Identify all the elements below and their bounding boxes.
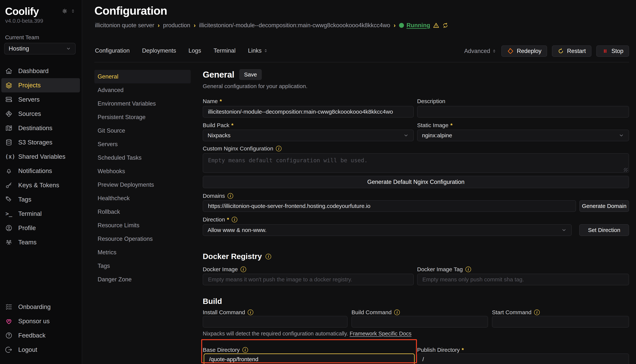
chevron-down-icon (618, 132, 624, 138)
tab-logs[interactable]: Logs (188, 47, 201, 54)
team-select[interactable]: Hosting (4, 43, 76, 54)
sidebar-item-feedback[interactable]: Feedback (1, 328, 80, 342)
server-icon (5, 96, 13, 103)
breadcrumb-environment[interactable]: production (163, 22, 190, 29)
resize-grip[interactable] (624, 168, 627, 172)
team-select-value: Hosting (9, 45, 29, 52)
sidebar-item-profile[interactable]: Profile (1, 221, 80, 235)
main-content: Configuration illicitonion quote server … (83, 0, 636, 364)
sidebar-collapse-icon[interactable] (71, 9, 75, 14)
section-subtitle: General configuration for your applicati… (203, 83, 629, 90)
subnav-environment-variables[interactable]: Environment Variables (94, 97, 191, 110)
theme-sun-icon[interactable] (62, 8, 68, 14)
general-settings-form: General Save General configuration for y… (203, 0, 629, 364)
sidebar-item-s3-storages[interactable]: S3 Storages (1, 135, 80, 150)
domains-input[interactable] (203, 200, 576, 212)
name-input[interactable] (203, 106, 414, 118)
info-icon[interactable]: i (466, 266, 471, 272)
static-image-select[interactable]: nginx:alpine (417, 130, 629, 141)
map-icon (5, 124, 13, 132)
build-pack-select[interactable]: Nixpacks (203, 130, 414, 141)
info-icon[interactable]: i (266, 254, 271, 260)
sidebar-item-onboarding[interactable]: Onboarding (1, 300, 80, 314)
subnav-preview-deployments[interactable]: Preview Deployments (94, 178, 191, 192)
info-icon[interactable]: i (248, 310, 253, 315)
build-command-label: Build Commandi (351, 309, 488, 316)
chevron-down-icon (561, 227, 567, 233)
custom-nginx-textarea[interactable] (203, 153, 629, 173)
terminal-icon: >_ (5, 210, 13, 217)
publish-directory-input[interactable] (417, 354, 629, 364)
help-icon (5, 332, 13, 339)
sidebar-item-terminal[interactable]: >_ Terminal (1, 206, 80, 221)
tab-configuration[interactable]: Configuration (95, 47, 130, 54)
heart-icon (5, 318, 13, 325)
breadcrumb-project[interactable]: illicitonion quote server (95, 22, 154, 29)
set-direction-button[interactable]: Set Direction (579, 224, 629, 236)
sidebar-item-logout[interactable]: Logout (1, 342, 80, 357)
sidebar-item-dashboard[interactable]: Dashboard (1, 64, 80, 78)
publish-directory-label: Publish Directory* (417, 347, 629, 353)
docker-image-tag-input[interactable] (417, 274, 629, 285)
subnav-resource-operations[interactable]: Resource Operations (94, 232, 191, 246)
description-input[interactable] (417, 106, 629, 118)
users-icon (5, 238, 13, 246)
name-label: Name* (203, 98, 414, 104)
direction-label: Direction*i (203, 216, 629, 223)
build-pack-label: Build Pack* (203, 122, 414, 128)
info-icon[interactable]: i (242, 347, 248, 353)
subnav-webhooks[interactable]: Webhooks (94, 164, 191, 178)
info-icon[interactable]: i (394, 310, 400, 315)
sidebar-item-projects[interactable]: Projects (1, 78, 80, 92)
generate-domain-button[interactable]: Generate Domain (579, 200, 629, 212)
subnav-metrics[interactable]: Metrics (94, 246, 191, 259)
page-title: Configuration (94, 4, 167, 17)
generate-nginx-button[interactable]: Generate Default Nginx Configuration (203, 176, 629, 188)
base-directory-input[interactable] (204, 354, 415, 364)
subnav-persistent-storage[interactable]: Persistent Storage (94, 110, 191, 124)
subnav-scheduled-tasks[interactable]: Scheduled Tasks (94, 151, 191, 164)
subnav-git-source[interactable]: Git Source (94, 124, 191, 138)
sidebar-item-shared-variables[interactable]: (x) Shared Variables (1, 150, 80, 164)
subnav-resource-limits[interactable]: Resource Limits (94, 219, 191, 232)
subnav-danger-zone[interactable]: Danger Zone (94, 273, 191, 286)
chevron-down-icon (66, 46, 71, 51)
static-image-label: Static Image* (417, 122, 629, 128)
section-title-docker-registry: Docker Registryi (203, 252, 629, 261)
sidebar-item-destinations[interactable]: Destinations (1, 121, 80, 135)
sidebar-nav: Dashboard Projects Servers Sources Desti… (0, 64, 82, 250)
subnav-tags[interactable]: Tags (94, 259, 191, 273)
start-command-input[interactable] (492, 316, 629, 328)
info-icon[interactable]: i (276, 146, 282, 152)
subnav-healthcheck[interactable]: Healthcheck (94, 192, 191, 205)
sidebar-item-sponsor[interactable]: Sponsor us (1, 314, 80, 328)
app-logo: Coolify (5, 6, 39, 17)
sidebar-item-notifications[interactable]: Notifications (1, 164, 80, 178)
docker-image-input[interactable] (203, 274, 414, 285)
user-icon (5, 224, 13, 232)
install-command-input[interactable] (203, 316, 347, 328)
checklist-icon (5, 303, 13, 311)
sidebar-item-sources[interactable]: Sources (1, 107, 80, 121)
subnav-general[interactable]: General (94, 70, 191, 84)
subnav-advanced[interactable]: Advanced (94, 84, 191, 97)
sidebar-item-servers[interactable]: Servers (1, 92, 80, 107)
sidebar-item-teams[interactable]: Teams (1, 235, 80, 250)
info-icon[interactable]: i (534, 310, 540, 315)
section-title-build: Build (203, 297, 629, 306)
direction-select[interactable]: Allow www & non-www. (203, 224, 572, 236)
tab-deployments[interactable]: Deployments (142, 47, 176, 54)
info-icon[interactable]: i (241, 266, 246, 272)
subnav-rollback[interactable]: Rollback (94, 205, 191, 219)
docker-image-label: Docker Imagei (203, 266, 414, 272)
info-icon[interactable]: i (228, 193, 233, 199)
sidebar-item-tags[interactable]: Tags (1, 192, 80, 206)
framework-docs-link[interactable]: Framework Specific Docs (350, 330, 411, 336)
save-button[interactable]: Save (239, 69, 262, 80)
layers-icon (5, 82, 13, 89)
sidebar-item-keys-tokens[interactable]: Keys & Tokens (1, 178, 80, 192)
build-command-input[interactable] (351, 316, 488, 328)
breadcrumb-separator: › (158, 22, 160, 29)
subnav-servers[interactable]: Servers (94, 138, 191, 151)
info-icon[interactable]: i (232, 217, 237, 222)
